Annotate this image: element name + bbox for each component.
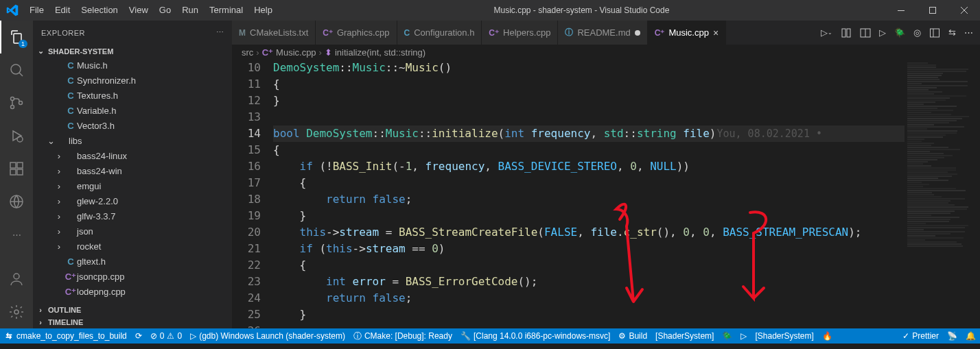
- tree-item-emgui[interactable]: ›emgui: [33, 178, 232, 193]
- timeline-section[interactable]: › TIMELINE: [33, 316, 232, 328]
- minimap[interactable]: [905, 60, 980, 328]
- code-line[interactable]: if (this->stream == 0): [273, 241, 905, 257]
- remote-status[interactable]: cmake_to_copy_files_to_build: [0, 328, 131, 344]
- code-line[interactable]: {: [273, 175, 905, 191]
- undo-redo-icon[interactable]: ⇆: [948, 27, 956, 38]
- code-line[interactable]: [273, 109, 905, 125]
- tab-readme-md[interactable]: ⓘREADME.md: [558, 21, 647, 45]
- code-line[interactable]: {: [273, 142, 905, 158]
- close-tab-icon[interactable]: ×: [713, 27, 719, 38]
- sync-status[interactable]: ⟳: [131, 328, 146, 344]
- tree-item-bass24-linux[interactable]: ›bass24-linux: [33, 148, 232, 163]
- build-status[interactable]: ⚙Build: [614, 328, 651, 344]
- notifications-status[interactable]: 🔔: [961, 328, 980, 344]
- build-target-status[interactable]: [ShaderSystem]: [651, 328, 718, 344]
- debug-icon[interactable]: 🪲: [894, 27, 905, 38]
- problems-status[interactable]: ⊘0 ⚠0: [146, 328, 186, 344]
- debug-target-status[interactable]: 🪲: [718, 328, 736, 344]
- run-status[interactable]: ▷: [736, 328, 751, 344]
- cmake-status[interactable]: ⓘCMake: [Debug]: Ready: [349, 328, 456, 344]
- twisty-icon: ›: [54, 181, 65, 191]
- menu-file[interactable]: File: [24, 0, 49, 21]
- minimize-button[interactable]: [885, 0, 917, 21]
- tree-item-jsoncpp-cpp[interactable]: C⁺jsoncpp.cpp: [33, 269, 232, 284]
- menu-help[interactable]: Help: [248, 0, 278, 21]
- kit-status[interactable]: 🔧[Clang 14.0.0 i686-pc-windows-msvc]: [456, 328, 614, 344]
- breadcrumb-file[interactable]: Music.cpp: [276, 47, 316, 58]
- tree-item-textures-h[interactable]: CTextures.h: [33, 88, 232, 103]
- tab-helpers-cpp[interactable]: C⁺Helpers.cpp: [482, 21, 558, 45]
- tree-item-glfw-3-3-7[interactable]: ›glfw-3.3.7: [33, 208, 232, 224]
- more-icon[interactable]: ⋯: [964, 27, 973, 38]
- code-line[interactable]: return false;: [273, 191, 905, 208]
- maximize-button[interactable]: [917, 0, 948, 21]
- run-debug-activity[interactable]: [0, 119, 33, 152]
- code-lines[interactable]: DemoSystem::Music::~Music(){}bool DemoSy…: [273, 60, 905, 328]
- menu-edit[interactable]: Edit: [49, 0, 75, 21]
- tab-graphics-cpp[interactable]: C⁺Graphics.cpp: [316, 21, 397, 45]
- tree-item-gltext-h[interactable]: Cgltext.h: [33, 254, 232, 269]
- compare-icon[interactable]: [841, 27, 852, 38]
- code-line[interactable]: return false;: [273, 290, 905, 306]
- breadcrumbs[interactable]: src › C⁺ Music.cpp › ⬍ initialize(int, s…: [232, 45, 980, 60]
- svg-rect-9: [10, 169, 16, 175]
- prettier-status[interactable]: ✓Prettier: [898, 328, 943, 344]
- run-icon[interactable]: ▷: [879, 27, 886, 38]
- explorer-activity[interactable]: 1: [0, 21, 33, 53]
- code-line[interactable]: bool DemoSystem::Music::initialize(int f…: [273, 125, 905, 142]
- tree-item-variable-h[interactable]: CVariable.h: [33, 103, 232, 118]
- project-section[interactable]: ⌄ SHADER-SYSTEM: [33, 45, 232, 58]
- settings-activity[interactable]: [0, 296, 33, 328]
- extensions-activity[interactable]: [0, 152, 33, 185]
- menu-go[interactable]: Go: [154, 0, 176, 21]
- file-icon: C: [65, 256, 77, 267]
- remote-activity[interactable]: [0, 185, 33, 218]
- code-line[interactable]: [273, 323, 905, 328]
- tab-configuration-h[interactable]: CConfiguration.h: [397, 21, 482, 45]
- tree-label: lodepng.cpp: [77, 287, 126, 297]
- target-icon[interactable]: ◎: [913, 27, 921, 38]
- source-control-activity[interactable]: [0, 86, 33, 119]
- code-line[interactable]: DemoSystem::Music::~Music(): [273, 60, 905, 76]
- outline-section[interactable]: › OUTLINE: [33, 304, 232, 316]
- more-activity[interactable]: ⋯: [0, 218, 33, 251]
- close-button[interactable]: [948, 0, 980, 21]
- code-editor[interactable]: 1011121314151617181920212223242526 DemoS…: [232, 60, 980, 328]
- menu-run[interactable]: Run: [176, 0, 204, 21]
- layout-icon[interactable]: [929, 27, 940, 38]
- tree-item-rocket[interactable]: ›rocket: [33, 239, 232, 254]
- code-line[interactable]: {: [273, 76, 905, 93]
- tab-cmakelists-txt[interactable]: MCMakeLists.txt: [232, 21, 316, 45]
- breadcrumb-folder[interactable]: src: [242, 47, 253, 58]
- menu-selection[interactable]: Selection: [75, 0, 123, 21]
- code-line[interactable]: if (!BASS_Init(-1, frequency, BASS_DEVIC…: [273, 158, 905, 175]
- tab-music-cpp[interactable]: C⁺Music.cpp×: [648, 21, 726, 45]
- split-icon[interactable]: [860, 27, 871, 38]
- code-line[interactable]: }: [273, 208, 905, 224]
- menu-terminal[interactable]: Terminal: [204, 0, 248, 21]
- flame-status[interactable]: 🔥: [818, 328, 837, 344]
- tree-item-lodepng-h[interactable]: Clodepng.h: [33, 299, 232, 304]
- tree-item-synchronizer-h[interactable]: CSynchronizer.h: [33, 73, 232, 88]
- code-line[interactable]: }: [273, 306, 905, 323]
- tree-item-glew-2-2-0[interactable]: ›glew-2.2.0: [33, 193, 232, 208]
- run-target-status[interactable]: [ShaderSystem]: [751, 328, 817, 344]
- tree-item-bass24-win[interactable]: ›bass24-win: [33, 163, 232, 178]
- tree-item-music-h[interactable]: CMusic.h: [33, 58, 232, 73]
- tree-item-vector3-h[interactable]: CVector3.h: [33, 118, 232, 133]
- tree-item-libs[interactable]: ⌄libs: [33, 133, 232, 148]
- breadcrumb-symbol[interactable]: initialize(int, std::string): [335, 47, 425, 58]
- code-line[interactable]: int error = BASS_ErrorGetCode();: [273, 274, 905, 290]
- tree-item-json[interactable]: ›json: [33, 224, 232, 239]
- explorer-more-icon[interactable]: ⋯: [216, 28, 224, 37]
- debug-launch-status[interactable]: ▷(gdb) Windows Launch (shader-system): [186, 328, 349, 344]
- menu-view[interactable]: View: [124, 0, 154, 21]
- tree-item-lodepng-cpp[interactable]: C⁺lodepng.cpp: [33, 284, 232, 299]
- run-dropdown-icon[interactable]: ▷⌄: [821, 27, 832, 38]
- accounts-activity[interactable]: [0, 263, 33, 296]
- live-status[interactable]: 📡: [943, 328, 961, 344]
- code-line[interactable]: {: [273, 257, 905, 274]
- code-line[interactable]: }: [273, 93, 905, 109]
- search-activity[interactable]: [0, 53, 33, 86]
- code-line[interactable]: this->stream = BASS_StreamCreateFile(FAL…: [273, 224, 905, 241]
